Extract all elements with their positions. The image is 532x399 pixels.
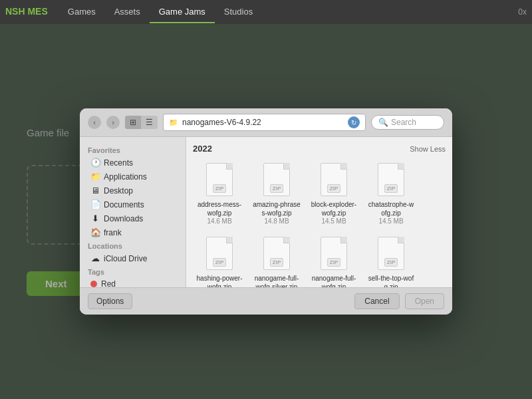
file-name: nanogame-full-wofg-silver.zip — [253, 274, 301, 287]
main-content: Game file ↑ ↓ Next or press En ‹ › ⊞ ☰ 📁… — [0, 24, 532, 399]
sidebar-label-downloads: Downloads — [104, 214, 143, 223]
sidebar-item-applications[interactable]: 📁 Applications — [82, 170, 183, 184]
file-size: 14.6 MB — [207, 217, 231, 225]
search-icon: 🔍 — [378, 118, 388, 127]
open-button[interactable]: Open — [405, 293, 444, 309]
file-size: 14.5 MB — [321, 217, 346, 225]
file-icon-container: ZIP — [262, 163, 291, 198]
file-icon-fold — [226, 163, 233, 170]
zip-badge: ZIP — [327, 184, 340, 193]
file-icon-container: ZIP — [205, 163, 234, 198]
file-name: hashing-power-wofg.zip — [196, 274, 243, 287]
sidebar-item-downloads[interactable]: ⬇ Downloads — [82, 211, 183, 225]
red-dot — [90, 281, 97, 287]
file-item[interactable]: ZIP nanogame-full-wofg.zip 18.5 MB — [307, 233, 360, 287]
nav-item-assets[interactable]: Assets — [105, 1, 150, 23]
dialog-toolbar: ‹ › ⊞ ☰ 📁 nanogames-V6-4.9.22 ↻ 🔍 Search — [80, 108, 452, 137]
back-button[interactable]: ‹ — [88, 116, 101, 129]
file-name: amazing-phrases-wofg.zip — [253, 200, 301, 217]
file-item[interactable]: ZIP sell-the-top-wofg.zip 14.6 MB — [364, 233, 418, 287]
sidebar-item-frank[interactable]: 🏠 frank — [82, 225, 183, 239]
zip-badge: ZIP — [270, 184, 283, 193]
grid-view-button[interactable]: ⊞ — [125, 116, 141, 129]
file-icon-fold — [398, 237, 404, 243]
locations-title: Locations — [80, 239, 186, 251]
file-icon-fold — [340, 237, 347, 243]
zip-badge: ZIP — [384, 258, 398, 267]
search-placeholder: Search — [391, 118, 416, 127]
file-icon-fold — [283, 163, 290, 170]
file-name: address-mess-wofg.zip — [196, 200, 243, 217]
file-area: 2022 Show Less ZIP address-mess-wofg.zip… — [186, 137, 452, 287]
view-toggle: ⊞ ☰ — [125, 116, 158, 129]
file-item[interactable]: ZIP chatastrophe-wofg.zip 14.5 MB — [364, 159, 418, 229]
files-grid: ZIP address-mess-wofg.zip 14.6 MB ZIP am… — [193, 159, 446, 287]
file-icon-fold — [283, 237, 290, 243]
applications-icon: 📁 — [90, 172, 100, 182]
file-item[interactable]: ZIP nanogame-full-wofg-silver.zip 18.5 M… — [250, 233, 303, 287]
nav-item-games[interactable]: Games — [59, 1, 105, 23]
path-text: nanogames-V6-4.9.22 — [182, 118, 261, 127]
zip-badge: ZIP — [384, 184, 398, 193]
zip-badge: ZIP — [327, 258, 340, 267]
cancel-button[interactable]: Cancel — [354, 293, 399, 309]
file-icon-fold — [340, 163, 347, 170]
show-less-button[interactable]: Show Less — [410, 145, 446, 153]
file-size: 14.5 MB — [378, 217, 403, 225]
nav-item-studios[interactable]: Studios — [215, 1, 262, 23]
frank-icon: 🏠 — [90, 227, 100, 237]
file-item[interactable]: ZIP address-mess-wofg.zip 14.6 MB — [193, 159, 246, 229]
file-icon-fold — [226, 237, 233, 243]
sidebar-item-desktop[interactable]: 🖥 Desktop — [82, 184, 183, 198]
file-item[interactable]: ZIP amazing-phrases-wofg.zip 14.8 MB — [250, 159, 303, 229]
downloads-icon: ⬇ — [90, 213, 100, 223]
forward-button[interactable]: › — [106, 116, 120, 129]
folder-icon: 📁 — [169, 118, 178, 127]
desktop-icon: 🖥 — [90, 186, 100, 196]
sidebar-label-icloud: iCloud Drive — [104, 254, 147, 263]
file-icon-container: ZIP — [376, 237, 406, 271]
nav-item-game-jams[interactable]: Game Jams — [150, 1, 215, 23]
icloud-icon: ☁ — [90, 253, 100, 263]
dialog-body: Favorites 🕐 Recents 📁 Applications 🖥 Des… — [80, 137, 452, 287]
tags-title: Tags — [80, 265, 186, 277]
sidebar-label-recents: Recents — [104, 158, 133, 168]
file-icon-container: ZIP — [262, 237, 291, 271]
refresh-button[interactable]: ↻ — [348, 116, 360, 128]
documents-icon: 📄 — [90, 200, 100, 209]
dialog-footer: Options Cancel Open — [80, 287, 452, 315]
options-button[interactable]: Options — [88, 293, 132, 309]
recents-icon: 🕐 — [90, 158, 100, 168]
favorites-title: Favorites — [80, 144, 186, 156]
tag-label-red: Red — [101, 279, 116, 287]
zip-badge: ZIP — [213, 258, 226, 267]
sidebar-item-recents[interactable]: 🕐 Recents — [82, 156, 183, 170]
zip-badge: ZIP — [270, 258, 283, 267]
list-view-button[interactable]: ☰ — [141, 116, 158, 129]
sidebar-item-icloud[interactable]: ☁ iCloud Drive — [82, 251, 183, 265]
sidebar-label-applications: Applications — [104, 172, 147, 182]
search-field[interactable]: 🔍 Search — [371, 115, 444, 130]
file-icon-container: ZIP — [319, 163, 348, 198]
file-name: sell-the-top-wofg.zip — [367, 274, 415, 287]
file-item[interactable]: ZIP hashing-power-wofg.zip 14.7 MB — [193, 233, 246, 287]
sidebar-label-desktop: Desktop — [104, 186, 133, 196]
file-name: block-exploder-wofg.zip — [310, 200, 358, 217]
file-icon-fold — [398, 163, 404, 170]
sidebar-tag-red[interactable]: Red — [82, 277, 183, 287]
sidebar-item-documents[interactable]: 📄 Documents — [82, 198, 183, 211]
file-item[interactable]: ZIP block-exploder-wofg.zip 14.5 MB — [307, 159, 360, 229]
sidebar: Favorites 🕐 Recents 📁 Applications 🖥 Des… — [80, 137, 186, 287]
nav-bar: NSH MES Games Assets Game Jams Studios 0… — [0, 0, 532, 24]
file-name: nanogame-full-wofg.zip — [310, 274, 358, 287]
file-icon-container: ZIP — [205, 237, 234, 271]
zip-badge: ZIP — [213, 184, 226, 193]
file-dialog: ‹ › ⊞ ☰ 📁 nanogames-V6-4.9.22 ↻ 🔍 Search — [80, 108, 452, 315]
file-icon-container: ZIP — [376, 163, 406, 198]
year-header: 2022 Show Less — [193, 144, 446, 154]
sidebar-label-frank: frank — [104, 228, 122, 237]
logo: NSH MES — [5, 7, 48, 17]
nav-items: Games Assets Game Jams Studios — [59, 1, 262, 23]
nav-right: 0x — [518, 7, 527, 17]
file-name: chatastrophe-wofg.zip — [367, 200, 415, 217]
